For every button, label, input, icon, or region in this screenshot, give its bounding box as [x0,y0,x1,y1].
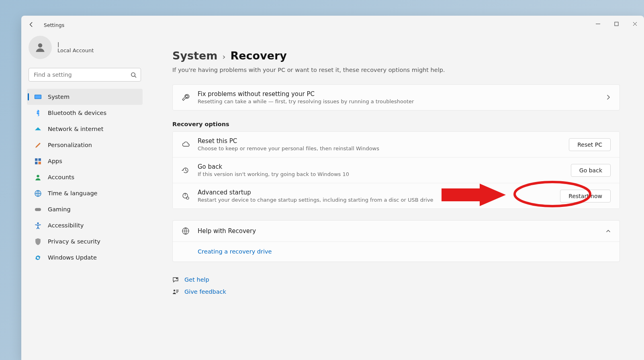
go-back-button[interactable]: Go back [571,164,611,177]
svg-rect-11 [35,208,41,211]
nav-label: Privacy & security [48,238,100,245]
nav-label: Apps [48,158,62,164]
arrow-left-icon [29,22,34,27]
globe-icon [182,227,190,235]
give-feedback-row[interactable]: Give feedback [172,288,620,295]
svg-rect-6 [38,158,41,161]
nav-item-accessibility[interactable]: Accessibility [27,217,143,233]
avatar [29,36,52,59]
profile-subtitle: Local Account [57,47,94,53]
chevron-up-icon [606,227,611,235]
svg-point-1 [38,43,43,48]
help-link-row: Creating a recovery drive [173,241,619,262]
back-button[interactable] [29,22,38,29]
nav-label: Windows Update [48,254,97,261]
svg-point-14 [186,197,189,199]
maximize-button[interactable] [607,16,626,32]
nav-item-time[interactable]: Time & language [27,185,143,201]
sidebar: | Local Account System Bluetooth & devic… [21,34,148,360]
accessibility-icon [34,222,41,229]
reset-pc-button[interactable]: Reset PC [569,138,611,151]
nav-label: Gaming [48,206,71,213]
settings-window: Settings | Local Account [21,16,644,360]
nav-label: Time & language [48,190,98,196]
chevron-right-icon: › [222,52,225,61]
window-controls [589,16,644,32]
nav-list: System Bluetooth & devices Network & int… [27,89,143,266]
option-reset-pc: Reset this PC Choose to keep or remove y… [173,132,619,157]
nav-item-system[interactable]: System [27,89,143,105]
nav-item-network[interactable]: Network & internet [27,121,143,137]
svg-rect-7 [35,162,37,164]
nav-item-gaming[interactable]: Gaming [27,201,143,217]
give-feedback-link[interactable]: Give feedback [184,288,226,295]
titlebar: Settings [21,16,644,34]
option-title: Advanced startup [198,189,552,196]
nav-label: Network & internet [48,126,103,132]
option-advanced-startup: Advanced startup Restart your device to … [173,183,619,209]
nav-item-privacy[interactable]: Privacy & security [27,233,143,250]
fix-title: Fix problems without resetting your PC [198,90,598,98]
nav-label: System [48,94,70,100]
account-icon [34,174,41,181]
get-help-row[interactable]: Get help [172,276,620,283]
apps-icon [34,158,41,165]
nav-label: Personalization [48,142,92,148]
history-icon [182,166,190,174]
option-title: Reset this PC [198,137,561,145]
profile-block[interactable]: | Local Account [27,34,143,65]
option-desc: Choose to keep or remove your personal f… [198,145,561,151]
svg-rect-8 [38,162,41,164]
restart-now-button[interactable]: Restart now [560,190,611,202]
help-title: Help with Recovery [198,227,598,235]
wifi-icon [34,125,41,133]
get-help-link[interactable]: Get help [184,276,209,283]
help-header[interactable]: Help with Recovery [173,221,619,241]
section-label: Recovery options [172,121,620,127]
help-link[interactable]: Creating a recovery drive [198,248,272,255]
globe-icon [34,190,41,197]
page-title: Recovery [230,49,286,62]
chevron-right-icon [606,94,611,101]
close-icon [633,22,637,26]
search-input[interactable] [34,72,131,78]
nav-item-update[interactable]: Windows Update [27,250,143,266]
maximize-icon [614,22,619,26]
close-button[interactable] [626,16,644,32]
app-title: Settings [44,22,64,28]
fix-desc: Resetting can take a while — first, try … [198,98,598,104]
svg-rect-0 [615,22,618,26]
minimize-button[interactable] [589,16,607,32]
breadcrumb-parent[interactable]: System [172,49,217,62]
nav-item-accounts[interactable]: Accounts [27,169,143,185]
search-box[interactable] [29,68,141,82]
nav-item-personalization[interactable]: Personalization [27,137,143,153]
minimize-icon [596,22,600,26]
svg-point-17 [174,289,175,291]
help-card: Help with Recovery Creating a recovery d… [172,220,620,262]
gaming-icon [34,206,41,213]
power-gear-icon [182,192,190,200]
svg-point-16 [176,278,178,279]
nav-label: Accounts [48,174,74,180]
nav-item-apps[interactable]: Apps [27,153,143,169]
svg-rect-5 [35,158,37,161]
option-title: Go back [198,163,563,170]
nav-label: Accessibility [48,222,84,229]
person-icon [34,41,46,53]
profile-name: | [57,41,94,47]
update-icon [34,254,41,261]
search-icon [131,72,137,78]
bluetooth-icon [34,109,41,117]
footer-links: Get help Give feedback [172,272,620,303]
nav-item-bluetooth[interactable]: Bluetooth & devices [27,105,143,121]
nav-label: Bluetooth & devices [48,110,106,116]
fix-problems-card[interactable]: Fix problems without resetting your PC R… [172,84,620,110]
main-content: System › Recovery If you're having probl… [148,34,644,360]
svg-rect-4 [35,95,41,98]
chat-help-icon [172,277,179,283]
option-desc: Restart your device to change startup se… [198,197,552,203]
intro-text: If you're having problems with your PC o… [172,67,620,73]
svg-point-2 [131,72,135,76]
option-go-back: Go back If this version isn't working, t… [173,157,619,183]
